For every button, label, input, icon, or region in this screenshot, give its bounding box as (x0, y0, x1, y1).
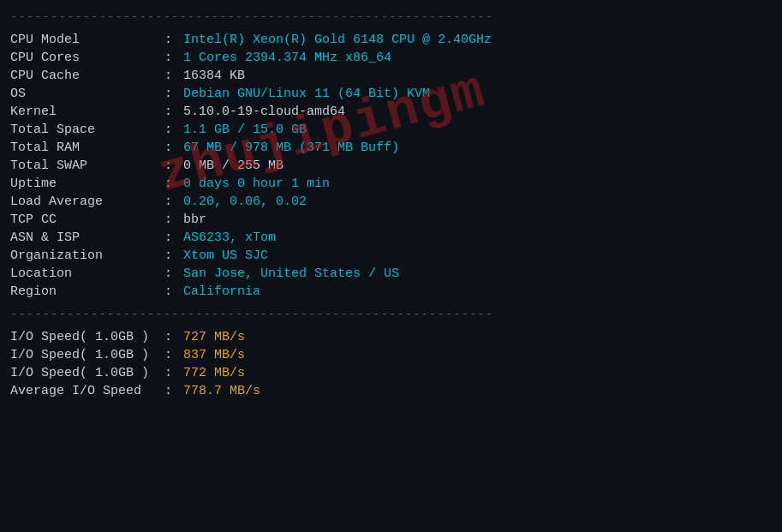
table-row: Region : California (10, 283, 772, 301)
row-label: I/O Speed( 1.0GB ) (10, 348, 164, 362)
row-label: CPU Model (10, 33, 164, 47)
row-value: 16384 KB (183, 69, 245, 83)
table-row: ASN & ISP : AS6233, xTom (10, 229, 772, 247)
row-colon: : (164, 194, 180, 209)
row-colon: : (164, 284, 180, 299)
row-value: San Jose, United States / US (183, 266, 399, 281)
io-info-section: I/O Speed( 1.0GB ): 727 MB/sI/O Speed( 1… (10, 325, 772, 403)
row-label: Organization (10, 248, 164, 263)
table-row: OS : Debian GNU/Linux 11 (64 Bit) KVM (10, 85, 772, 103)
table-row: I/O Speed( 1.0GB ): 772 MB/s (10, 364, 772, 382)
row-value: Intel(R) Xeon(R) Gold 6148 CPU @ 2.40GHz (183, 33, 492, 47)
row-value: 0 days 0 hour 1 min (183, 176, 330, 191)
row-label: Region (10, 284, 164, 299)
row-value: Debian GNU/Linux 11 (64 Bit) KVM (183, 87, 430, 101)
table-row: Load Average : 0.20, 0.06, 0.02 (10, 193, 772, 211)
row-value: AS6233, xTom (183, 230, 276, 245)
row-value: 0 MB / 255 MB (183, 158, 284, 173)
table-row: Location : San Jose, United States / US (10, 265, 772, 283)
table-row: Total Space : 1.1 GB / 15.0 GB (10, 121, 772, 139)
table-row: Total RAM : 67 MB / 978 MB (371 MB Buff) (10, 139, 772, 157)
row-label: Location (10, 266, 164, 281)
row-label: TCP CC (10, 212, 164, 227)
table-row: Kernel : 5.10.0-19-cloud-amd64 (10, 103, 772, 121)
row-colon: : (164, 248, 180, 263)
table-row: TCP CC : bbr (10, 211, 772, 229)
middle-divider: ----------------------------------------… (10, 308, 772, 321)
table-row: I/O Speed( 1.0GB ): 837 MB/s (10, 346, 772, 364)
row-value: 727 MB/s (183, 330, 245, 344)
row-label: Total RAM (10, 140, 164, 155)
row-value: 772 MB/s (183, 366, 245, 380)
row-value: Xtom US SJC (183, 248, 268, 263)
row-label: CPU Cores (10, 51, 164, 65)
system-info-section: CPU Model : Intel(R) Xeon(R) Gold 6148 C… (10, 27, 772, 304)
row-value: 778.7 MB/s (183, 384, 260, 398)
row-label: Uptime (10, 176, 164, 191)
row-colon: : (164, 51, 180, 65)
row-value: 837 MB/s (183, 348, 245, 362)
row-colon: : (164, 348, 180, 362)
table-row: I/O Speed( 1.0GB ): 727 MB/s (10, 328, 772, 346)
row-label: I/O Speed( 1.0GB ) (10, 330, 164, 344)
row-colon: : (164, 366, 180, 380)
row-label: Load Average (10, 194, 164, 209)
row-label: Kernel (10, 105, 164, 119)
row-value: bbr (183, 212, 206, 227)
row-value: 1.1 GB / 15.0 GB (183, 123, 307, 137)
top-divider: ----------------------------------------… (10, 10, 772, 24)
row-label: CPU Cache (10, 69, 164, 83)
table-row: CPU Cores : 1 Cores 2394.374 MHz x86_64 (10, 49, 772, 67)
row-colon: : (164, 384, 180, 398)
table-row: Total SWAP : 0 MB / 255 MB (10, 157, 772, 175)
row-label: ASN & ISP (10, 230, 164, 245)
row-label: Total SWAP (10, 158, 164, 173)
row-value: 0.20, 0.06, 0.02 (183, 194, 307, 209)
row-colon: : (164, 69, 180, 83)
row-colon: : (164, 266, 180, 281)
row-label: Average I/O Speed (10, 384, 164, 398)
row-colon: : (164, 105, 180, 119)
row-label: Total Space (10, 123, 164, 137)
row-colon: : (164, 123, 180, 137)
row-colon: : (164, 330, 180, 344)
row-value: 5.10.0-19-cloud-amd64 (183, 105, 345, 119)
row-colon: : (164, 158, 180, 173)
row-colon: : (164, 176, 180, 191)
table-row: Average I/O Speed: 778.7 MB/s (10, 382, 772, 400)
row-value: California (183, 284, 260, 299)
table-row: CPU Cache : 16384 KB (10, 67, 772, 85)
row-value: 1 Cores 2394.374 MHz x86_64 (183, 51, 391, 65)
row-colon: : (164, 230, 180, 245)
table-row: Uptime : 0 days 0 hour 1 min (10, 175, 772, 193)
table-row: CPU Model : Intel(R) Xeon(R) Gold 6148 C… (10, 31, 772, 49)
terminal: ----------------------------------------… (0, 0, 782, 410)
row-label: I/O Speed( 1.0GB ) (10, 366, 164, 380)
row-colon: : (164, 212, 180, 227)
row-colon: : (164, 87, 180, 101)
table-row: Organization : Xtom US SJC (10, 247, 772, 265)
row-colon: : (164, 33, 180, 47)
row-value: 67 MB / 978 MB (371 MB Buff) (183, 140, 399, 155)
row-colon: : (164, 140, 180, 155)
row-label: OS (10, 87, 164, 101)
